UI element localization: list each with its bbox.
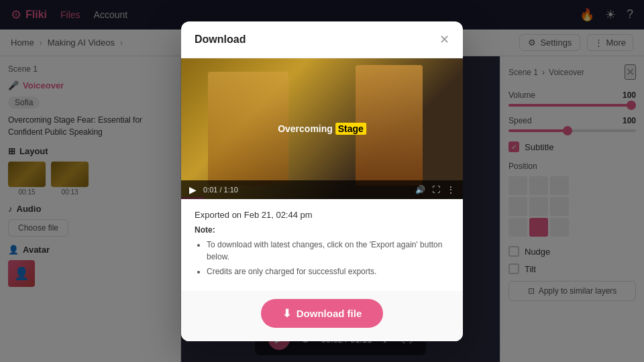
video-overlay-text: Overcoming Stage — [278, 123, 366, 134]
modal-close-button[interactable]: ✕ — [439, 32, 449, 47]
note-item-2: Credits are only charged for successful … — [207, 265, 449, 278]
video-placeholder: Overcoming Stage — [181, 58, 463, 199]
video-more-icon[interactable]: ⋮ — [447, 185, 455, 194]
video-play-button[interactable]: ▶ — [189, 184, 197, 195]
modal-title: Download — [195, 34, 246, 46]
download-label: Download file — [297, 308, 362, 319]
modal-footer: ⬇ Download file — [181, 291, 463, 341]
download-file-button[interactable]: ⬇ Download file — [261, 299, 384, 328]
video-fullscreen-icon[interactable]: ⛶ — [432, 185, 440, 194]
modal-overlay[interactable]: Download ✕ Overcoming Stage ▶ 0:01 / 1:1… — [0, 0, 644, 362]
export-date: Exported on Feb 21, 02:44 pm — [195, 210, 449, 220]
note-list: To download with latest changes, click o… — [195, 239, 449, 278]
note-label: Note: — [195, 225, 449, 235]
video-controls-bar: ▶ 0:01 / 1:10 🔊 ⛶ ⋮ — [181, 180, 463, 199]
video-time: 0:01 / 1:10 — [203, 186, 238, 194]
download-modal: Download ✕ Overcoming Stage ▶ 0:01 / 1:1… — [181, 21, 463, 341]
download-icon: ⬇ — [282, 307, 291, 320]
modal-video: Overcoming Stage ▶ 0:01 / 1:10 🔊 ⛶ ⋮ — [181, 58, 463, 199]
modal-body: Exported on Feb 21, 02:44 pm Note: To do… — [181, 199, 463, 291]
modal-header: Download ✕ — [181, 21, 463, 58]
note-item-1: To download with latest changes, click o… — [207, 239, 449, 263]
video-volume-icon[interactable]: 🔊 — [415, 185, 425, 194]
